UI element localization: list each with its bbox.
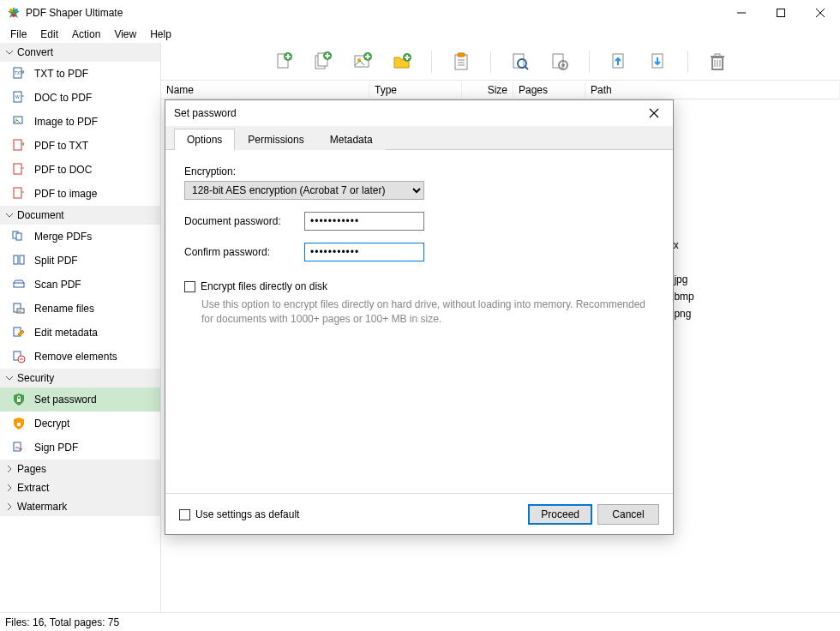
column-pages[interactable]: Pages <box>513 82 585 98</box>
confirm-password-input[interactable] <box>304 243 424 261</box>
scan-icon <box>12 278 26 291</box>
section-convert[interactable]: Convert <box>0 43 160 62</box>
menu-help[interactable]: Help <box>143 27 178 42</box>
svg-rect-20 <box>14 283 24 287</box>
tab-permissions[interactable]: Permissions <box>235 129 316 150</box>
sidebar-item-decrypt[interactable]: Decrypt <box>0 412 160 436</box>
menubar: File Edit Action View Help <box>0 26 840 43</box>
sidebar-item-set-password[interactable]: Set password <box>0 388 160 412</box>
use-settings-default-checkbox[interactable] <box>179 509 190 520</box>
move-down-button[interactable] <box>646 50 670 74</box>
add-folder-button[interactable] <box>390 50 414 74</box>
section-label: Convert <box>17 46 53 58</box>
column-type[interactable]: Type <box>369 82 462 98</box>
menu-action[interactable]: Action <box>65 27 107 42</box>
svg-point-2 <box>12 14 15 17</box>
section-document[interactable]: Document <box>0 206 160 225</box>
image-to-pdf-icon <box>12 115 26 129</box>
move-up-button[interactable] <box>607 50 631 74</box>
paste-button[interactable] <box>449 50 473 74</box>
preview-button[interactable] <box>508 50 532 74</box>
svg-rect-28 <box>17 399 21 402</box>
rename-icon: ab <box>12 302 26 316</box>
svg-rect-15 <box>14 188 21 198</box>
chevron-down-icon <box>5 48 14 57</box>
sidebar-item-image-to-pdf[interactable]: Image to PDF <box>0 110 160 134</box>
column-name[interactable]: Name <box>161 82 369 98</box>
chevron-down-icon <box>5 374 14 382</box>
svg-rect-49 <box>458 53 465 57</box>
svg-text:TXT: TXT <box>15 70 22 75</box>
dialog-tabs: Options Permissions Metadata <box>165 126 673 150</box>
svg-rect-29 <box>17 423 21 426</box>
sidebar-item-remove-elements[interactable]: Remove elements <box>0 345 160 369</box>
sidebar-item-doc-to-pdf[interactable]: WDOC to PDF <box>0 86 160 110</box>
close-button[interactable] <box>801 0 840 26</box>
encrypt-on-disk-checkbox[interactable] <box>184 281 195 292</box>
svg-point-1 <box>15 9 18 12</box>
dialog-body: Encryption: 128-bit AES encryption (Acro… <box>165 150 673 493</box>
sidebar-item-scan-pdf[interactable]: Scan PDF <box>0 273 160 297</box>
pdf-to-txt-icon <box>12 139 26 153</box>
column-size[interactable]: Size <box>462 82 513 98</box>
section-watermark[interactable]: Watermark <box>0 497 160 516</box>
sidebar-item-split-pdf[interactable]: Split PDF <box>0 249 160 273</box>
svg-rect-13 <box>14 140 21 150</box>
chevron-right-icon <box>5 484 14 492</box>
delete-button[interactable] <box>705 50 729 74</box>
sidebar-item-pdf-to-image[interactable]: PDF to image <box>0 182 160 206</box>
app-logo-icon <box>7 6 21 20</box>
maximize-button[interactable] <box>761 0 801 26</box>
section-extract[interactable]: Extract <box>0 478 160 497</box>
svg-text:W: W <box>15 94 20 99</box>
dialog-titlebar: Set password <box>165 100 673 126</box>
pdf-to-doc-icon <box>12 163 26 177</box>
use-settings-default-label: Use settings as default <box>195 508 299 520</box>
encrypt-on-disk-label: Encrypt files directly on disk <box>201 280 327 292</box>
section-security[interactable]: Security <box>0 369 160 388</box>
toolbar <box>161 43 840 81</box>
txt-to-pdf-icon: TXT <box>12 67 26 81</box>
status-text: Files: 16, Total pages: 75 <box>5 616 119 628</box>
titlebar: PDF Shaper Ultimate <box>0 0 840 26</box>
svg-rect-11 <box>14 117 22 123</box>
remove-icon <box>12 350 26 364</box>
merge-icon <box>12 230 26 243</box>
svg-rect-17 <box>16 233 21 240</box>
tab-options[interactable]: Options <box>174 129 235 150</box>
add-file-button[interactable] <box>272 50 296 74</box>
sidebar-item-merge-pdfs[interactable]: Merge PDFs <box>0 225 160 249</box>
settings-file-button[interactable] <box>548 50 572 74</box>
document-password-input[interactable] <box>304 212 424 231</box>
menu-view[interactable]: View <box>107 27 143 42</box>
cancel-button[interactable]: Cancel <box>597 504 659 525</box>
encryption-select[interactable]: 128-bit AES encryption (Acrobat 7 or lat… <box>184 181 424 200</box>
minimize-button[interactable] <box>722 0 761 26</box>
add-files-button[interactable] <box>311 50 335 74</box>
metadata-icon <box>12 326 26 340</box>
section-pages[interactable]: Pages <box>0 460 160 478</box>
svg-text:ab: ab <box>18 309 22 313</box>
svg-point-58 <box>561 63 565 67</box>
split-icon <box>12 254 26 267</box>
sidebar-item-txt-to-pdf[interactable]: TXTTXT to PDF <box>0 62 160 86</box>
menu-edit[interactable]: Edit <box>33 27 65 42</box>
dialog-close-button[interactable] <box>644 103 664 123</box>
sidebar-item-pdf-to-txt[interactable]: PDF to TXT <box>0 134 160 158</box>
statusbar: Files: 16, Total pages: 75 <box>0 612 840 631</box>
column-path[interactable]: Path <box>585 82 840 98</box>
svg-line-55 <box>525 67 528 69</box>
add-image-button[interactable] <box>351 50 375 74</box>
sidebar-item-edit-metadata[interactable]: Edit metadata <box>0 321 160 345</box>
sidebar-item-pdf-to-doc[interactable]: PDF to DOC <box>0 158 160 182</box>
svg-point-0 <box>9 9 13 12</box>
signature-icon <box>12 441 26 454</box>
menu-file[interactable]: File <box>3 27 33 42</box>
shield-lock-icon <box>12 393 26 406</box>
confirm-password-label: Confirm password: <box>184 246 304 258</box>
tab-metadata[interactable]: Metadata <box>317 129 386 150</box>
toolbar-separator <box>490 51 491 73</box>
sidebar-item-sign-pdf[interactable]: Sign PDF <box>0 436 160 460</box>
sidebar-item-rename-files[interactable]: abRename files <box>0 297 160 321</box>
proceed-button[interactable]: Proceed <box>528 504 592 525</box>
